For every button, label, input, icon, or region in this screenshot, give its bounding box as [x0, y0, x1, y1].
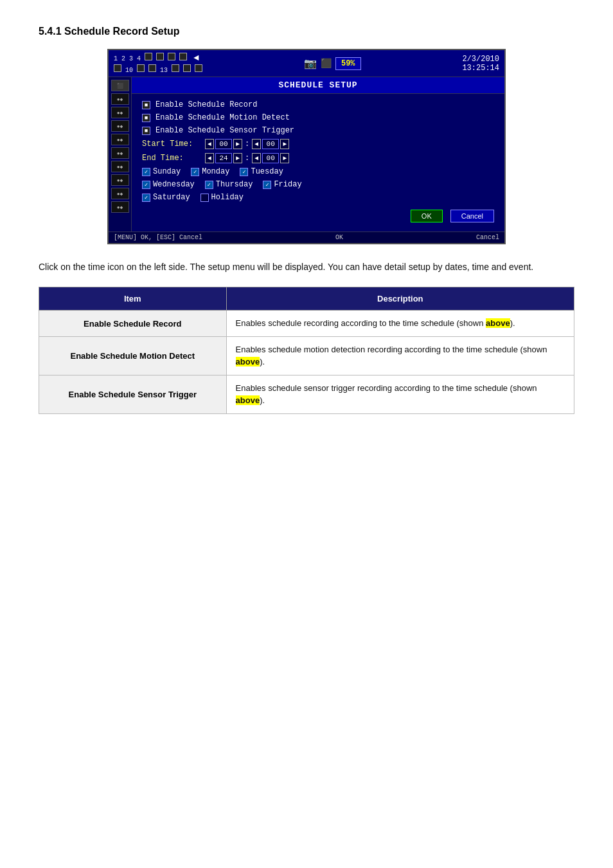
checkbox-item-0[interactable]: Enable Schedule Record	[142, 100, 494, 109]
day-monday-check[interactable]: ✓	[191, 168, 199, 176]
end-min-right[interactable]: ►	[280, 153, 289, 163]
table-cell-desc-0: Enables schedule recording according to …	[226, 311, 574, 337]
checkbox-label-2: Enable Schedule Sensor Trigger	[155, 126, 294, 135]
ch-box	[148, 64, 156, 72]
sidebar-icon-6[interactable]: ●◆	[111, 147, 129, 159]
end-time-row: End Time: ◄ 24 ► : ◄ 00 ►	[142, 153, 494, 163]
ch-box	[195, 64, 202, 72]
desc-text-2b: ).	[260, 395, 265, 405]
checkbox-item-1[interactable]: Enable Schedule Motion Detect	[142, 113, 494, 122]
checkbox-item-2[interactable]: Enable Schedule Sensor Trigger	[142, 126, 494, 135]
dvr-btn-row: OK Cancel	[142, 206, 494, 225]
dvr-screen: 1 2 3 4 ◄ 10 13 📷	[107, 49, 506, 244]
day-monday-label: Monday	[202, 167, 229, 176]
time-sep-2: :	[245, 154, 249, 163]
end-time-label: End Time:	[142, 154, 200, 163]
sidebar-icon-7[interactable]: ●◆	[111, 161, 129, 172]
start-time-row: Start Time: ◄ 00 ► : ◄ 00 ►	[142, 139, 494, 149]
ch-num: 2	[121, 55, 125, 62]
ch-box	[172, 64, 179, 72]
desc-highlight-1: above	[236, 357, 260, 366]
day-holiday-label: Holiday	[211, 193, 244, 202]
sidebar-icon-2[interactable]: ●◆	[111, 93, 129, 105]
table-header-item: Item	[39, 287, 227, 311]
start-hour-right[interactable]: ►	[233, 139, 242, 149]
body-text: Click on the time icon on the left side.…	[39, 260, 574, 274]
day-tuesday-label: Tuesday	[251, 167, 283, 176]
dvr-top-bar: 1 2 3 4 ◄ 10 13 📷	[109, 50, 504, 77]
table-row: Enable Schedule Record Enables schedule …	[39, 311, 574, 337]
table-row: Enable Schedule Sensor Trigger Enables s…	[39, 375, 574, 413]
cancel-button[interactable]: Cancel	[450, 210, 494, 222]
checkbox-label-0: Enable Schedule Record	[155, 100, 257, 109]
dvr-time: 13:25:14	[462, 64, 499, 73]
dvr-channel-row2: 10 13	[114, 64, 202, 74]
checkbox-1[interactable]	[142, 114, 150, 122]
table-cell-item-0: Enable Schedule Record	[39, 311, 227, 337]
end-min-val: 00	[262, 153, 279, 163]
sidebar-icon-10[interactable]: ●◆	[111, 201, 129, 213]
camera-icon: 📷	[304, 57, 317, 70]
dvr-sidebar: ⬛ ●◆ ●◆ ●◆ ●◆ ●◆ ●◆ ●◆ ●◆ ●◆	[109, 77, 132, 231]
ch-num: 3	[129, 55, 133, 62]
day-thursday-check[interactable]: ✓	[205, 181, 213, 189]
dvr-date: 2/3/2010	[462, 55, 499, 64]
checkbox-2[interactable]	[142, 127, 150, 135]
desc-highlight-2: above	[236, 395, 260, 405]
day-tuesday[interactable]: ✓ Tuesday	[240, 167, 283, 176]
sidebar-icon-9[interactable]: ●◆	[111, 188, 129, 199]
day-thursday[interactable]: ✓ Thursday	[205, 180, 253, 189]
checkbox-0[interactable]	[142, 101, 150, 109]
start-min-val: 00	[262, 139, 279, 149]
start-time-ctrl: ◄ 00 ► : ◄ 00 ►	[205, 139, 289, 149]
sidebar-icon-1[interactable]: ⬛	[111, 80, 129, 91]
day-wednesday-check[interactable]: ✓	[142, 181, 150, 189]
day-holiday[interactable]: Holiday	[200, 193, 244, 202]
sidebar-icon-8[interactable]: ●◆	[111, 174, 129, 186]
day-sunday-check[interactable]: ✓	[142, 168, 150, 176]
sidebar-icon-4[interactable]: ●◆	[111, 120, 129, 132]
start-min-left[interactable]: ◄	[252, 139, 261, 149]
ch-box	[114, 64, 121, 72]
day-monday[interactable]: ✓ Monday	[191, 167, 229, 176]
day-saturday[interactable]: ✓ Saturday	[142, 193, 190, 202]
dvr-channel-info: 1 2 3 4 ◄ 10 13	[114, 53, 202, 74]
day-wednesday[interactable]: ✓ Wednesday	[142, 180, 195, 189]
day-wednesday-label: Wednesday	[153, 180, 195, 189]
start-time-label: Start Time:	[142, 140, 200, 149]
description-table: Item Description Enable Schedule Record …	[39, 287, 574, 414]
day-friday-check[interactable]: ✓	[263, 181, 271, 189]
start-min-right[interactable]: ►	[280, 139, 289, 149]
day-saturday-check[interactable]: ✓	[142, 194, 150, 202]
table-cell-desc-2: Enables schedule sensor trigger recordin…	[226, 375, 574, 413]
sidebar-icon-5[interactable]: ●◆	[111, 134, 129, 145]
nav-left-icon[interactable]: ◄	[193, 53, 199, 63]
day-friday-label: Friday	[274, 180, 301, 189]
ch-num: 13	[160, 67, 168, 74]
day-holiday-check[interactable]	[200, 194, 209, 202]
desc-text-1a: Enables schedule motion detection record…	[236, 345, 547, 354]
day-sunday[interactable]: ✓ Sunday	[142, 167, 181, 176]
end-hour-left[interactable]: ◄	[205, 153, 214, 163]
days-row-3: ✓ Saturday Holiday	[142, 193, 494, 202]
table-row: Enable Schedule Motion Detect Enables sc…	[39, 336, 574, 375]
day-thursday-label: Thursday	[216, 180, 253, 189]
end-hour-right[interactable]: ►	[233, 153, 242, 163]
sidebar-icon-3[interactable]: ●◆	[111, 107, 129, 118]
dvr-center-icons: 📷 ⬛ 59%	[304, 57, 361, 70]
end-time-ctrl: ◄ 24 ► : ◄ 00 ►	[205, 153, 289, 163]
end-hour-val: 24	[215, 153, 232, 163]
ch-box	[145, 53, 152, 60]
end-min-left[interactable]: ◄	[252, 153, 261, 163]
day-friday[interactable]: ✓ Friday	[263, 180, 301, 189]
ok-button[interactable]: OK	[411, 210, 443, 222]
dvr-progress-bar: 59%	[335, 57, 361, 70]
start-hour-left[interactable]: ◄	[205, 139, 214, 149]
day-tuesday-check[interactable]: ✓	[240, 168, 248, 176]
ch-num: 4	[137, 55, 141, 62]
desc-text-0b: ).	[510, 318, 515, 328]
table-header-desc: Description	[226, 287, 574, 311]
ch-box	[183, 64, 191, 72]
days-row-1: ✓ Sunday ✓ Monday ✓ Tuesday	[142, 167, 494, 176]
desc-text-1b: ).	[260, 357, 265, 366]
